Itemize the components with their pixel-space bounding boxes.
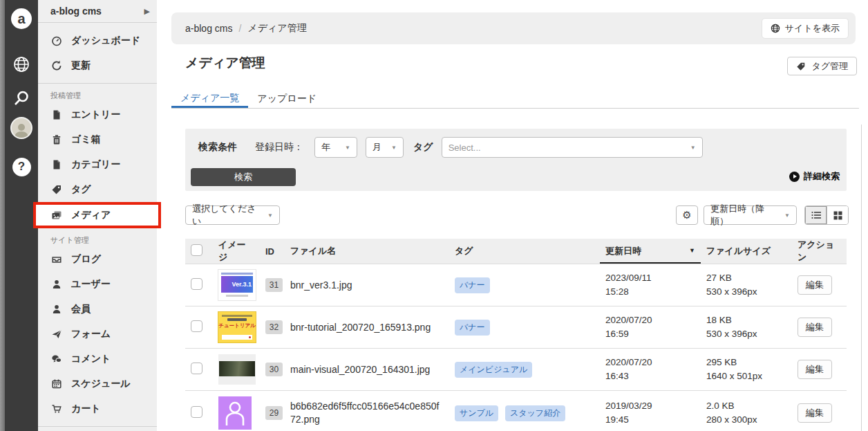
edit-button[interactable]: 編集: [798, 275, 832, 295]
help-glyph: ?: [12, 158, 31, 176]
row-checkbox[interactable]: [191, 406, 202, 418]
arrow-right-circle-icon: [789, 172, 800, 182]
list-view-button[interactable]: [805, 206, 827, 224]
row-checkbox[interactable]: [191, 363, 202, 374]
sidebar-item-form[interactable]: フォーム: [38, 322, 157, 347]
media-thumbnail[interactable]: [218, 354, 256, 385]
updated-date: 2019/03/29: [605, 399, 695, 413]
grid-view-button[interactable]: [827, 206, 848, 224]
file-size: 27 KB: [706, 271, 786, 285]
media-filename: main-visual_200720_164301.jpg: [290, 363, 444, 376]
sidebar-item-update[interactable]: 更新: [38, 53, 157, 78]
sidebar-item-trash[interactable]: ゴミ箱: [38, 127, 157, 152]
chevron-down-icon: ▼: [262, 212, 273, 219]
sidebar-item-dashboard[interactable]: ダッシュボード: [38, 28, 157, 53]
tab-media-list[interactable]: メディア一覧: [171, 90, 248, 108]
search-submit-button[interactable]: 検索: [191, 168, 296, 186]
breadcrumb-root[interactable]: a-blog cms: [185, 23, 232, 34]
thumbnail-text: チュートリアル: [218, 322, 256, 329]
month-select-value: 月: [372, 141, 381, 154]
sidebar-item-label: フォーム: [71, 328, 111, 340]
sidebar-header-label: a-blog cms: [50, 6, 102, 17]
app-window: a ? a-blog cms ▶: [0, 0, 868, 431]
sidebar-item-label: ゴミ箱: [71, 134, 101, 146]
updated-time: 16:59: [605, 327, 695, 341]
sidebar-item-category[interactable]: カテゴリー: [38, 152, 157, 177]
media-thumbnail[interactable]: Ver.3.1: [218, 270, 256, 300]
search-legend: 検索条件: [198, 141, 237, 154]
row-checkbox[interactable]: [191, 320, 202, 332]
tag-pill: メインビジュアル: [455, 362, 532, 378]
file-size: 2.0 KB: [706, 399, 786, 413]
edit-button[interactable]: 編集: [798, 360, 832, 379]
a-blog-cms-logo-icon[interactable]: a: [10, 8, 32, 30]
inbox-icon: [51, 254, 62, 265]
scrollbar-track: [861, 125, 862, 431]
comments-icon: [51, 354, 62, 365]
sidebar-item-label: ユーザー: [71, 278, 111, 291]
tab-upload[interactable]: アップロード: [248, 90, 326, 108]
media-thumbnail[interactable]: チュートリアル: [218, 312, 256, 342]
view-toggle: [804, 205, 849, 225]
row-checkbox[interactable]: [191, 278, 202, 290]
user-avatar[interactable]: [10, 117, 32, 139]
media-thumbnail[interactable]: [218, 396, 252, 430]
sidebar-item-label: コメント: [71, 353, 111, 365]
calendar-icon: [51, 378, 62, 389]
media-id-badge: 32: [265, 320, 283, 334]
sidebar-item-label: カート: [71, 403, 101, 415]
edit-button[interactable]: 編集: [798, 403, 832, 423]
column-header-tag: タグ: [449, 239, 600, 264]
sidebar-item-entry[interactable]: エントリー: [38, 102, 157, 127]
tag-select[interactable]: Select... ▼: [442, 137, 703, 158]
column-header-updated[interactable]: 更新日時 ▼: [600, 239, 701, 264]
bulk-action-select[interactable]: 選択してください ▼: [185, 205, 280, 225]
updated-date: 2023/09/11: [605, 271, 695, 285]
tag-manage-button[interactable]: タグ管理: [787, 57, 857, 75]
sidebar-item-blog[interactable]: ブログ: [38, 247, 157, 272]
tag-select-placeholder: Select...: [449, 143, 481, 153]
column-header-updated-label: 更新日時: [605, 246, 641, 256]
sidebar-item-schedule[interactable]: スケジュール: [38, 372, 157, 396]
sidebar-item-label: 会員: [71, 303, 91, 315]
image-dimensions: 1640 x 501px: [706, 369, 786, 383]
sort-order-select[interactable]: 更新日時（降順） ▼: [704, 205, 797, 225]
chevron-down-icon: ▼: [386, 145, 397, 151]
sidebar-item-user[interactable]: ユーザー: [38, 272, 157, 297]
column-header-id: ID: [260, 239, 285, 264]
advanced-search-link[interactable]: 詳細検索: [789, 170, 840, 183]
logo-glyph: a: [11, 8, 32, 29]
month-select[interactable]: 月 ▼: [366, 137, 404, 158]
globe-icon[interactable]: [10, 53, 32, 75]
updated-time: 15:28: [605, 285, 695, 299]
select-all-checkbox[interactable]: [191, 244, 202, 256]
year-select[interactable]: 年 ▼: [314, 137, 357, 158]
settings-gear-button[interactable]: ⚙: [676, 205, 698, 225]
view-site-label: サイトを表示: [785, 22, 840, 35]
refresh-icon: [51, 60, 62, 71]
sidebar-item-cart[interactable]: カート: [38, 396, 157, 421]
globe-icon: [771, 24, 780, 33]
sort-desc-icon: ▼: [689, 247, 695, 254]
sidebar-item-comment[interactable]: コメント: [38, 347, 157, 372]
sidebar-item-label: ダッシュボード: [71, 35, 140, 47]
help-icon[interactable]: ?: [10, 156, 32, 178]
page-title: メディア管理: [185, 54, 265, 72]
sidebar-item-media[interactable]: メディア: [33, 202, 161, 228]
edit-button[interactable]: 編集: [798, 318, 832, 337]
media-filename: bnr-tutorial_200720_165913.png: [290, 321, 444, 334]
sidebar-item-tag[interactable]: タグ: [38, 177, 157, 202]
table-row: 30 main-visual_200720_164301.jpg メインビジュア…: [185, 349, 847, 391]
sidebar-item-label: カテゴリー: [71, 158, 120, 171]
search-icon[interactable]: [10, 87, 32, 109]
table-header-row: イメージ ID ファイル名 タグ 更新日時 ▼ ファイルサイズ アクション: [185, 239, 847, 264]
view-site-button[interactable]: サイトを表示: [762, 18, 849, 39]
column-header-filename: ファイル名: [285, 239, 449, 264]
sidebar-item-member[interactable]: 会員: [38, 297, 157, 322]
media-id-badge: 31: [265, 278, 283, 292]
sidebar-blog-switcher[interactable]: a-blog cms ▶: [38, 0, 157, 23]
gear-icon: ⚙: [682, 209, 691, 221]
cart-icon: [51, 403, 62, 414]
sort-order-value: 更新日時（降順）: [710, 203, 779, 228]
date-label: 登録日時：: [255, 141, 303, 154]
